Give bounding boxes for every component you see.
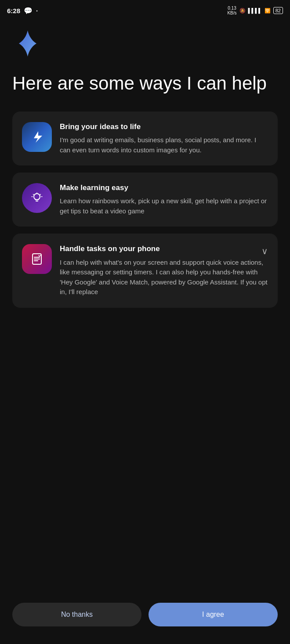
task-icon	[22, 244, 52, 274]
feature-card-ideas: Bring your ideas to life I'm good at wri…	[12, 112, 278, 165]
feature-card-learning: Make learning easy Learn how rainbows wo…	[12, 173, 278, 227]
battery-icon: 82	[273, 7, 283, 14]
mute-icon: 🔕	[239, 8, 246, 14]
feature-title-ideas: Bring your ideas to life	[60, 122, 268, 132]
signal-icon: ▌▌▌▌	[248, 8, 262, 13]
feature-title-tasks: Handle tasks on your phone	[60, 244, 268, 254]
bottom-action-bar: No thanks I agree	[0, 596, 290, 644]
chevron-down-icon: ∨	[261, 246, 268, 256]
lightning-icon	[22, 122, 52, 152]
dot-indicator: ·	[36, 7, 38, 14]
feature-text-tasks: Handle tasks on your phone I can help wi…	[60, 244, 268, 297]
feature-desc-learning: Learn how rainbows work, pick up a new s…	[60, 196, 268, 216]
bulb-icon	[22, 183, 52, 213]
feature-desc-tasks: I can help with what's on your screen an…	[60, 258, 268, 297]
agree-button[interactable]: I agree	[149, 603, 278, 626]
page-title: Here are some ways I can help	[12, 73, 278, 94]
time-label: 6:28	[7, 7, 20, 14]
status-time: 6:28 💬 ·	[7, 7, 38, 15]
main-content: Here are some ways I can help Bring your…	[0, 19, 290, 376]
no-thanks-button[interactable]: No thanks	[12, 603, 141, 626]
gemini-logo	[12, 28, 278, 73]
feature-text-learning: Make learning easy Learn how rainbows wo…	[60, 183, 268, 216]
whatsapp-icon: 💬	[24, 7, 33, 15]
feature-text-ideas: Bring your ideas to life I'm good at wri…	[60, 122, 268, 155]
svg-point-0	[34, 194, 40, 200]
data-speed: 0.13KB/s	[227, 6, 236, 15]
feature-title-learning: Make learning easy	[60, 183, 268, 193]
feature-cards-list: Bring your ideas to life I'm good at wri…	[12, 112, 278, 307]
wifi-icon: 🛜	[265, 8, 271, 14]
feature-card-tasks: Handle tasks on your phone I can help wi…	[12, 234, 278, 307]
status-bar: 6:28 💬 · 0.13KB/s 🔕 ▌▌▌▌ 🛜 82	[0, 0, 290, 19]
status-icons: 0.13KB/s 🔕 ▌▌▌▌ 🛜 82	[227, 6, 283, 15]
feature-desc-ideas: I'm good at writing emails, business pla…	[60, 135, 268, 155]
